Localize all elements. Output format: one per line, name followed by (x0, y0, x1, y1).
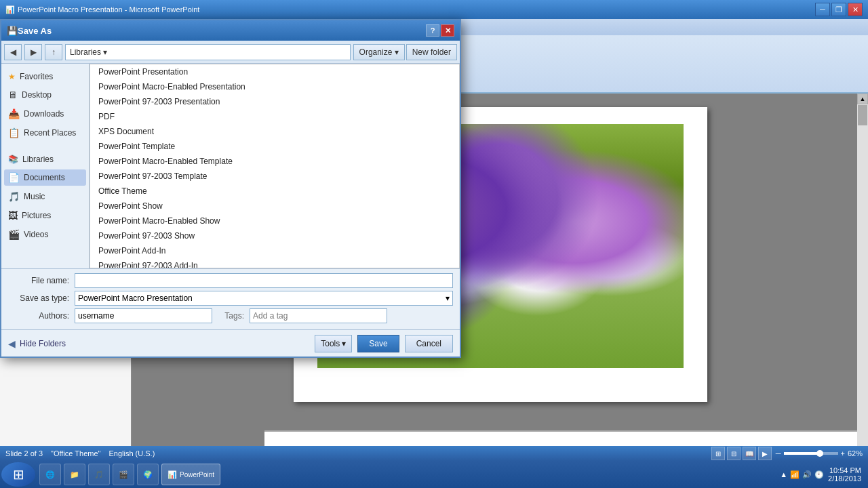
path-text: Libraries ▾ (70, 47, 107, 57)
ft-ppa[interactable]: PowerPoint 97-2003 Add-In (90, 258, 459, 268)
start-button[interactable]: ⊞ (1, 462, 35, 487)
filename-input[interactable] (75, 273, 453, 288)
taskbar-ie[interactable]: 🌐 (39, 464, 61, 485)
favorites-icon: ★ (8, 72, 16, 81)
ft-xps[interactable]: XPS Document (90, 124, 459, 139)
zoom-level[interactable]: 62% (848, 449, 863, 458)
favorites-label: Favorites (20, 72, 53, 81)
documents-label: Documents (24, 173, 65, 182)
zoom-in-btn[interactable]: + (841, 449, 845, 458)
path-bar[interactable]: Libraries ▾ (65, 44, 351, 60)
dialog-help-btn[interactable]: ? (426, 24, 439, 37)
zoom-out-btn[interactable]: ─ (776, 449, 781, 458)
taskbar-video[interactable]: 🎬 (113, 464, 134, 485)
ft-pptx[interactable]: PowerPoint Presentation (90, 64, 459, 79)
downloads-label: Downloads (24, 109, 64, 119)
minimize-btn[interactable]: ─ (815, 3, 830, 16)
dialog-bottom: File name: Save as type: PowerPoint Macr… (1, 268, 460, 329)
status-bar: Slide 2 of 3 "Office Theme" English (U.S… (0, 446, 868, 461)
slideshow-btn[interactable]: ▶ (758, 447, 772, 460)
savetype-row: Save as type: PowerPoint Macro Presentat… (8, 291, 453, 306)
ft-pdf[interactable]: PDF (90, 109, 459, 124)
scroll-up-btn[interactable]: ▲ (857, 94, 868, 104)
ppt-title-bar: 📊 PowerPoint Macro Presentation - Micros… (0, 0, 868, 19)
dialog-actions: ◀ Hide Folders Tools ▾ Save Cancel (1, 329, 460, 357)
nav-section-favorites: ★ Favorites (4, 69, 86, 84)
scroll-thumb[interactable] (858, 105, 867, 125)
nav-documents[interactable]: 📄 Documents (4, 169, 86, 186)
dialog-toolbar: ◀ ▶ ↑ Libraries ▾ Organize ▾ New folder (1, 41, 460, 64)
save-btn[interactable]: Save (357, 335, 399, 352)
tools-btn[interactable]: Tools ▾ (315, 335, 352, 352)
music-label: Music (24, 192, 45, 201)
speaker-icon: 🔊 (802, 470, 812, 479)
nav-up-btn[interactable]: ↑ (45, 44, 62, 60)
savetype-arrow: ▾ (446, 293, 450, 303)
dialog-close-btn[interactable]: ✕ (441, 24, 454, 37)
nav-music[interactable]: 🎵 Music (4, 188, 86, 205)
vertical-scrollbar[interactable]: ▲ ▼ (857, 94, 868, 468)
taskbar-chrome[interactable]: 🌍 (137, 464, 159, 485)
authors-input[interactable] (75, 308, 212, 323)
reading-view-btn[interactable]: 📖 (743, 447, 756, 460)
ft-ppam[interactable]: PowerPoint Add-In (90, 243, 459, 258)
taskbar-explorer[interactable]: 📁 (64, 464, 85, 485)
nav-recent[interactable]: 📋 Recent Places (4, 125, 86, 141)
taskbar-media[interactable]: 🎵 (88, 464, 110, 485)
nav-downloads[interactable]: 📥 Downloads (4, 106, 86, 122)
nav-forward-btn[interactable]: ▶ (24, 44, 42, 60)
normal-view-btn[interactable]: ⊞ (711, 447, 725, 460)
savetype-label: Save as type: (8, 293, 69, 303)
zoom-controls: ─ + 62% (776, 449, 863, 458)
view-controls: ⊞ ⊟ 📖 ▶ (711, 447, 772, 460)
tags-input[interactable] (250, 308, 387, 323)
nav-videos[interactable]: 🎬 Videos (4, 226, 86, 243)
save-as-dialog: 💾 Save As ? ✕ ◀ ▶ ↑ Libraries ▾ Organize… (0, 19, 461, 358)
ft-ppt97[interactable]: PowerPoint 97-2003 Presentation (90, 94, 459, 109)
status-left: Slide 2 of 3 "Office Theme" English (U.S… (5, 449, 155, 458)
nav-pictures[interactable]: 🖼 Pictures (4, 207, 86, 224)
pictures-label: Pictures (22, 211, 51, 220)
cancel-btn[interactable]: Cancel (405, 335, 453, 352)
hide-folders-icon: ◀ (8, 338, 16, 349)
ft-pps97[interactable]: PowerPoint 97-2003 Show (90, 228, 459, 243)
authors-row: Authors: Tags: (8, 308, 453, 323)
libraries-label: Libraries (22, 155, 54, 164)
dialog-title-bar: 💾 Save As ? ✕ (1, 20, 460, 41)
date-display: 2/18/2013 (828, 474, 861, 483)
ft-ppsm[interactable]: PowerPoint Macro-Enabled Show (90, 214, 459, 228)
restore-btn[interactable]: ❐ (831, 3, 846, 16)
nav-back-btn[interactable]: ◀ (4, 44, 22, 60)
ft-potm[interactable]: PowerPoint Macro-Enabled Template (90, 154, 459, 169)
zoom-slider[interactable] (784, 452, 838, 455)
scroll-track[interactable] (857, 104, 868, 457)
ppt-window-title: PowerPoint Macro Presentation - Microsof… (18, 5, 199, 14)
ft-pot[interactable]: PowerPoint 97-2003 Template (90, 169, 459, 184)
desktop-icon: 🖥 (8, 89, 18, 100)
close-btn[interactable]: ✕ (848, 3, 863, 16)
ft-pptm[interactable]: PowerPoint Macro-Enabled Presentation (90, 79, 459, 94)
music-icon: 🎵 (8, 191, 20, 202)
taskbar-right: ▲ 📶 🔊 🕙 10:54 PM 2/18/2013 (780, 466, 867, 483)
hide-folders-btn[interactable]: Hide Folders (20, 339, 66, 348)
ft-potx[interactable]: PowerPoint Template (90, 139, 459, 154)
dialog-action-right: Tools ▾ Save Cancel (315, 335, 453, 352)
ft-ppsx[interactable]: PowerPoint Show (90, 199, 459, 214)
window-controls: ─ ❐ ✕ (815, 3, 863, 16)
savetype-dropdown[interactable]: PowerPoint Macro Presentation ▾ (75, 291, 453, 306)
ppt-background: 📊 PowerPoint Macro Presentation - Micros… (0, 0, 868, 488)
organize-btn[interactable]: Organize ▾ (353, 44, 405, 60)
tray-icon-1: ▲ (780, 470, 787, 479)
dialog-title-label: Save As (18, 26, 52, 36)
dialog-action-left: ◀ Hide Folders (8, 338, 66, 349)
new-folder-btn[interactable]: New folder (406, 44, 457, 60)
slide-sorter-btn[interactable]: ⊟ (727, 447, 741, 460)
nav-desktop[interactable]: 🖥 Desktop (4, 87, 86, 103)
taskbar-ppt[interactable]: 📊 PowerPoint (161, 464, 220, 485)
network-icon: 📶 (790, 470, 800, 479)
file-type-dropdown: PowerPoint Presentation PowerPoint Macro… (90, 64, 460, 268)
ft-thmx[interactable]: Office Theme (90, 184, 459, 199)
clock[interactable]: 10:54 PM 2/18/2013 (828, 466, 861, 483)
videos-label: Videos (24, 230, 48, 239)
desktop-label: Desktop (22, 90, 52, 100)
